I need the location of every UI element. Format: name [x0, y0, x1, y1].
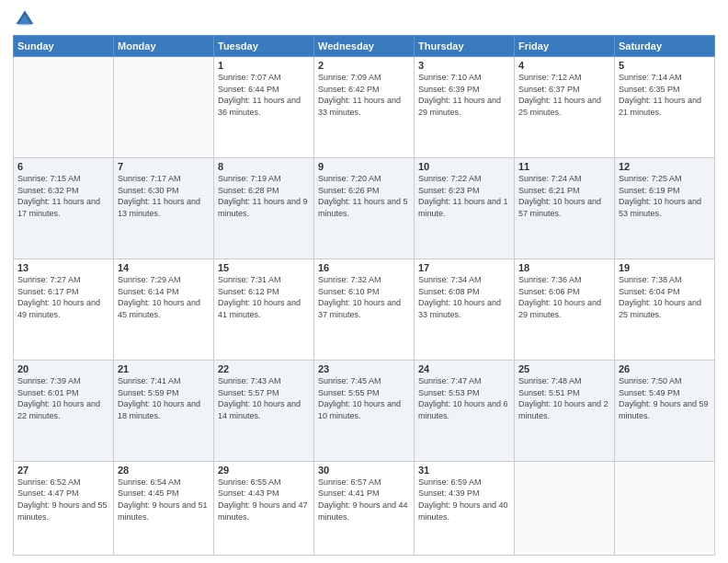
logo — [13, 9, 37, 29]
day-info: Sunrise: 7:34 AM Sunset: 6:08 PM Dayligh… — [418, 274, 510, 320]
day-info: Sunrise: 7:48 AM Sunset: 5:51 PM Dayligh… — [518, 375, 610, 421]
calendar-cell: 11Sunrise: 7:24 AM Sunset: 6:21 PM Dayli… — [515, 157, 615, 259]
day-number: 8 — [218, 161, 310, 172]
calendar-table: SundayMondayTuesdayWednesdayThursdayFrid… — [13, 35, 715, 556]
day-info: Sunrise: 6:54 AM Sunset: 4:45 PM Dayligh… — [118, 477, 210, 523]
day-info: Sunrise: 7:15 AM Sunset: 6:32 PM Dayligh… — [17, 173, 109, 219]
day-number: 23 — [318, 363, 410, 374]
day-info: Sunrise: 7:14 AM Sunset: 6:35 PM Dayligh… — [619, 72, 711, 118]
calendar-cell: 2Sunrise: 7:09 AM Sunset: 6:42 PM Daylig… — [314, 57, 415, 158]
day-number: 13 — [17, 262, 109, 273]
day-number: 9 — [318, 161, 410, 172]
day-info: Sunrise: 6:52 AM Sunset: 4:47 PM Dayligh… — [17, 477, 109, 523]
calendar-header-row: SundayMondayTuesdayWednesdayThursdayFrid… — [14, 36, 715, 57]
calendar-cell: 5Sunrise: 7:14 AM Sunset: 6:35 PM Daylig… — [615, 57, 715, 158]
day-info: Sunrise: 7:19 AM Sunset: 6:28 PM Dayligh… — [218, 173, 310, 219]
day-number: 20 — [17, 363, 109, 374]
calendar-cell: 18Sunrise: 7:36 AM Sunset: 6:06 PM Dayli… — [515, 259, 615, 360]
calendar-week-row: 20Sunrise: 7:39 AM Sunset: 6:01 PM Dayli… — [14, 360, 715, 461]
day-number: 5 — [619, 60, 711, 71]
page: SundayMondayTuesdayWednesdayThursdayFrid… — [0, 0, 728, 563]
day-number: 2 — [318, 60, 410, 71]
weekday-header-monday: Monday — [114, 36, 214, 57]
header — [13, 9, 715, 29]
calendar-cell: 22Sunrise: 7:43 AM Sunset: 5:57 PM Dayli… — [214, 360, 314, 461]
day-info: Sunrise: 6:59 AM Sunset: 4:39 PM Dayligh… — [418, 477, 510, 523]
day-number: 29 — [218, 465, 310, 476]
calendar-cell: 13Sunrise: 7:27 AM Sunset: 6:17 PM Dayli… — [14, 259, 114, 360]
weekday-header-saturday: Saturday — [615, 36, 715, 57]
day-number: 21 — [118, 363, 210, 374]
calendar-cell — [14, 57, 114, 158]
weekday-header-friday: Friday — [515, 36, 615, 57]
calendar-cell: 9Sunrise: 7:20 AM Sunset: 6:26 PM Daylig… — [314, 157, 415, 259]
calendar-cell: 31Sunrise: 6:59 AM Sunset: 4:39 PM Dayli… — [415, 461, 515, 555]
calendar-cell: 17Sunrise: 7:34 AM Sunset: 6:08 PM Dayli… — [415, 259, 515, 360]
calendar-cell: 14Sunrise: 7:29 AM Sunset: 6:14 PM Dayli… — [114, 259, 214, 360]
day-info: Sunrise: 7:27 AM Sunset: 6:17 PM Dayligh… — [17, 274, 109, 320]
day-number: 14 — [118, 262, 210, 273]
calendar-cell: 4Sunrise: 7:12 AM Sunset: 6:37 PM Daylig… — [515, 57, 615, 158]
day-number: 19 — [619, 262, 711, 273]
day-info: Sunrise: 7:22 AM Sunset: 6:23 PM Dayligh… — [418, 173, 510, 219]
calendar-week-row: 1Sunrise: 7:07 AM Sunset: 6:44 PM Daylig… — [14, 57, 715, 158]
calendar-cell — [515, 461, 615, 555]
day-number: 4 — [518, 60, 610, 71]
day-number: 30 — [318, 465, 410, 476]
day-info: Sunrise: 7:31 AM Sunset: 6:12 PM Dayligh… — [218, 274, 310, 320]
day-info: Sunrise: 7:24 AM Sunset: 6:21 PM Dayligh… — [518, 173, 610, 219]
calendar-cell: 29Sunrise: 6:55 AM Sunset: 4:43 PM Dayli… — [214, 461, 314, 555]
day-info: Sunrise: 7:45 AM Sunset: 5:55 PM Dayligh… — [318, 375, 410, 421]
calendar-cell: 24Sunrise: 7:47 AM Sunset: 5:53 PM Dayli… — [415, 360, 515, 461]
day-number: 7 — [118, 161, 210, 172]
day-number: 27 — [17, 465, 109, 476]
day-info: Sunrise: 7:39 AM Sunset: 6:01 PM Dayligh… — [17, 375, 109, 421]
calendar-cell: 15Sunrise: 7:31 AM Sunset: 6:12 PM Dayli… — [214, 259, 314, 360]
calendar-cell — [114, 57, 214, 158]
day-number: 1 — [218, 60, 310, 71]
calendar-cell: 26Sunrise: 7:50 AM Sunset: 5:49 PM Dayli… — [615, 360, 715, 461]
calendar-cell: 25Sunrise: 7:48 AM Sunset: 5:51 PM Dayli… — [515, 360, 615, 461]
day-number: 25 — [518, 363, 610, 374]
day-number: 12 — [619, 161, 711, 172]
calendar-cell: 10Sunrise: 7:22 AM Sunset: 6:23 PM Dayli… — [415, 157, 515, 259]
day-number: 18 — [518, 262, 610, 273]
weekday-header-thursday: Thursday — [415, 36, 515, 57]
day-info: Sunrise: 7:36 AM Sunset: 6:06 PM Dayligh… — [518, 274, 610, 320]
calendar-cell: 1Sunrise: 7:07 AM Sunset: 6:44 PM Daylig… — [214, 57, 314, 158]
day-number: 28 — [118, 465, 210, 476]
calendar-cell: 6Sunrise: 7:15 AM Sunset: 6:32 PM Daylig… — [14, 157, 114, 259]
calendar-cell: 28Sunrise: 6:54 AM Sunset: 4:45 PM Dayli… — [114, 461, 214, 555]
calendar-cell: 21Sunrise: 7:41 AM Sunset: 5:59 PM Dayli… — [114, 360, 214, 461]
day-number: 10 — [418, 161, 510, 172]
day-info: Sunrise: 7:47 AM Sunset: 5:53 PM Dayligh… — [418, 375, 510, 421]
day-info: Sunrise: 7:29 AM Sunset: 6:14 PM Dayligh… — [118, 274, 210, 320]
day-info: Sunrise: 6:55 AM Sunset: 4:43 PM Dayligh… — [218, 477, 310, 523]
weekday-header-wednesday: Wednesday — [314, 36, 415, 57]
weekday-header-tuesday: Tuesday — [214, 36, 314, 57]
day-info: Sunrise: 7:17 AM Sunset: 6:30 PM Dayligh… — [118, 173, 210, 219]
day-number: 15 — [218, 262, 310, 273]
day-info: Sunrise: 6:57 AM Sunset: 4:41 PM Dayligh… — [318, 477, 410, 523]
day-info: Sunrise: 7:43 AM Sunset: 5:57 PM Dayligh… — [218, 375, 310, 421]
day-info: Sunrise: 7:07 AM Sunset: 6:44 PM Dayligh… — [218, 72, 310, 118]
calendar-cell: 20Sunrise: 7:39 AM Sunset: 6:01 PM Dayli… — [14, 360, 114, 461]
weekday-header-sunday: Sunday — [14, 36, 114, 57]
day-number: 3 — [418, 60, 510, 71]
calendar-cell: 3Sunrise: 7:10 AM Sunset: 6:39 PM Daylig… — [415, 57, 515, 158]
day-info: Sunrise: 7:09 AM Sunset: 6:42 PM Dayligh… — [318, 72, 410, 118]
day-info: Sunrise: 7:10 AM Sunset: 6:39 PM Dayligh… — [418, 72, 510, 118]
day-number: 26 — [619, 363, 711, 374]
day-info: Sunrise: 7:20 AM Sunset: 6:26 PM Dayligh… — [318, 173, 410, 219]
calendar-cell: 19Sunrise: 7:38 AM Sunset: 6:04 PM Dayli… — [615, 259, 715, 360]
day-number: 31 — [418, 465, 510, 476]
day-number: 22 — [218, 363, 310, 374]
day-info: Sunrise: 7:12 AM Sunset: 6:37 PM Dayligh… — [518, 72, 610, 118]
calendar-week-row: 6Sunrise: 7:15 AM Sunset: 6:32 PM Daylig… — [14, 157, 715, 259]
day-info: Sunrise: 7:41 AM Sunset: 5:59 PM Dayligh… — [118, 375, 210, 421]
logo-icon — [15, 9, 35, 29]
calendar-cell: 23Sunrise: 7:45 AM Sunset: 5:55 PM Dayli… — [314, 360, 415, 461]
calendar-cell: 27Sunrise: 6:52 AM Sunset: 4:47 PM Dayli… — [14, 461, 114, 555]
calendar-cell — [615, 461, 715, 555]
calendar-cell: 7Sunrise: 7:17 AM Sunset: 6:30 PM Daylig… — [114, 157, 214, 259]
